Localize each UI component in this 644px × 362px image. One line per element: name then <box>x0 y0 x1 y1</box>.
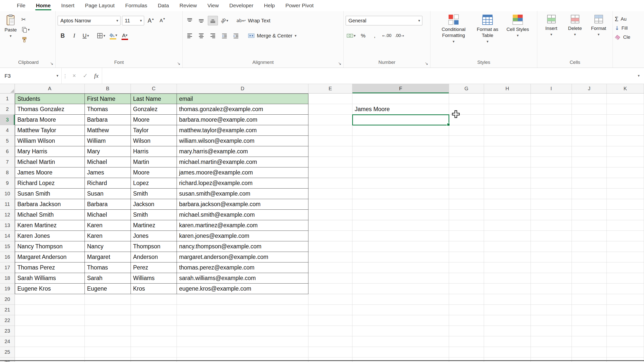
cell-J21[interactable] <box>572 305 607 315</box>
font-name-select[interactable]: Aptos Narrow ▾ <box>58 16 120 25</box>
cell-E6[interactable] <box>308 146 352 157</box>
splitter-icon[interactable]: ⋮ <box>62 68 69 84</box>
row-header-23[interactable]: 23 <box>0 326 15 336</box>
cell-H20[interactable] <box>484 294 531 305</box>
cell-K18[interactable] <box>607 273 644 284</box>
column-header-B[interactable]: B <box>85 84 131 93</box>
cell-F26[interactable] <box>352 357 449 362</box>
cell-I6[interactable] <box>531 146 572 157</box>
cell-K4[interactable] <box>607 125 644 136</box>
cell-H11[interactable] <box>484 199 531 210</box>
cell-J12[interactable] <box>572 210 607 220</box>
cell-I25[interactable] <box>531 347 572 357</box>
cell-K9[interactable] <box>607 178 644 189</box>
cell-K19[interactable] <box>607 284 644 294</box>
cell-D15[interactable]: nancy.thompson@example.com <box>177 241 308 252</box>
column-header-A[interactable]: A <box>15 84 85 93</box>
cell-I13[interactable] <box>531 220 572 231</box>
cell-K15[interactable] <box>607 241 644 252</box>
row-header-3[interactable]: 3 <box>0 115 15 125</box>
comma-style-button[interactable]: , <box>370 31 380 40</box>
cell-D22[interactable] <box>177 315 308 326</box>
cell-A6[interactable]: Mary Harris <box>15 146 85 157</box>
cell-C11[interactable]: Jackson <box>131 199 177 210</box>
cell-A17[interactable]: Thomas Perez <box>15 262 85 273</box>
cell-H17[interactable] <box>484 262 531 273</box>
cell-I2[interactable] <box>531 104 572 115</box>
cell-K8[interactable] <box>607 167 644 178</box>
cell-E26[interactable] <box>308 357 352 362</box>
cell-D23[interactable] <box>177 326 308 336</box>
cell-D26[interactable] <box>177 357 308 362</box>
cell-A13[interactable]: Karen Martinez <box>15 220 85 231</box>
cell-C9[interactable]: Lopez <box>131 178 177 189</box>
cell-F8[interactable] <box>352 167 449 178</box>
align-right-button[interactable] <box>208 31 218 40</box>
cell-K17[interactable] <box>607 262 644 273</box>
cell-A24[interactable] <box>15 336 85 347</box>
row-header-4[interactable]: 4 <box>0 125 15 136</box>
cell-G23[interactable] <box>449 326 484 336</box>
cell-E12[interactable] <box>308 210 352 220</box>
cell-A18[interactable]: Sarah Williams <box>15 273 85 284</box>
cell-E18[interactable] <box>308 273 352 284</box>
cell-G21[interactable] <box>449 305 484 315</box>
increase-indent-button[interactable] <box>231 31 241 40</box>
cell-B17[interactable]: Thomas <box>85 262 131 273</box>
cell-A12[interactable]: Michael Smith <box>15 210 85 220</box>
row-header-11[interactable]: 11 <box>0 199 15 210</box>
paste-button[interactable]: Paste ▾ <box>4 11 18 59</box>
cell-G14[interactable] <box>449 231 484 241</box>
cell-B2[interactable]: Thomas <box>85 104 131 115</box>
cell-C25[interactable] <box>131 347 177 357</box>
cell-K22[interactable] <box>607 315 644 326</box>
cell-B18[interactable]: Sarah <box>85 273 131 284</box>
cell-G18[interactable] <box>449 273 484 284</box>
cell-C10[interactable]: Smith <box>131 189 177 199</box>
cell-B19[interactable]: Eugene <box>85 284 131 294</box>
font-size-select[interactable]: 11 ▾ <box>122 16 144 25</box>
cell-I23[interactable] <box>531 326 572 336</box>
cell-D6[interactable]: mary.harris@example.com <box>177 146 308 157</box>
cell-C2[interactable]: Gonzalez <box>131 104 177 115</box>
cell-J26[interactable] <box>572 357 607 362</box>
cell-F19[interactable] <box>352 284 449 294</box>
tab-data[interactable]: Data <box>152 0 174 11</box>
cell-D11[interactable]: barbara.jackson@example.com <box>177 199 308 210</box>
row-header-1[interactable]: 1 <box>0 94 15 104</box>
percent-style-button[interactable]: % <box>358 31 368 40</box>
cell-D5[interactable]: william.wilson@example.com <box>177 136 308 146</box>
cell-B24[interactable] <box>85 336 131 347</box>
cell-B15[interactable]: Nancy <box>85 241 131 252</box>
cell-G17[interactable] <box>449 262 484 273</box>
dialog-launcher-icon[interactable]: ↘ <box>425 62 428 66</box>
cell-G15[interactable] <box>449 241 484 252</box>
cell-A21[interactable] <box>15 305 85 315</box>
cell-C24[interactable] <box>131 336 177 347</box>
cell-F13[interactable] <box>352 220 449 231</box>
cell-F6[interactable] <box>352 146 449 157</box>
cell-D4[interactable]: matthew.taylor@example.com <box>177 125 308 136</box>
cell-A2[interactable]: Thomas Gonzalez <box>15 104 85 115</box>
cell-K25[interactable] <box>607 347 644 357</box>
format-as-table-button[interactable]: Format as Table ▾ <box>472 11 503 59</box>
cell-I7[interactable] <box>531 157 572 167</box>
row-header-8[interactable]: 8 <box>0 167 15 178</box>
cell-K13[interactable] <box>607 220 644 231</box>
enter-button[interactable]: ✓ <box>80 68 91 84</box>
row-header-15[interactable]: 15 <box>0 241 15 252</box>
cell-D25[interactable] <box>177 347 308 357</box>
cell-H25[interactable] <box>484 347 531 357</box>
cell-A3[interactable]: Barbara Moore <box>15 115 85 125</box>
cell-C8[interactable]: Moore <box>131 167 177 178</box>
cell-A1[interactable]: Students <box>15 94 85 104</box>
cell-C21[interactable] <box>131 305 177 315</box>
cell-I18[interactable] <box>531 273 572 284</box>
cell-G13[interactable] <box>449 220 484 231</box>
cell-C7[interactable]: Martin <box>131 157 177 167</box>
cell-I26[interactable] <box>531 357 572 362</box>
cell-E19[interactable] <box>308 284 352 294</box>
cell-G9[interactable] <box>449 178 484 189</box>
tab-insert[interactable]: Insert <box>56 0 80 11</box>
cell-F21[interactable] <box>352 305 449 315</box>
